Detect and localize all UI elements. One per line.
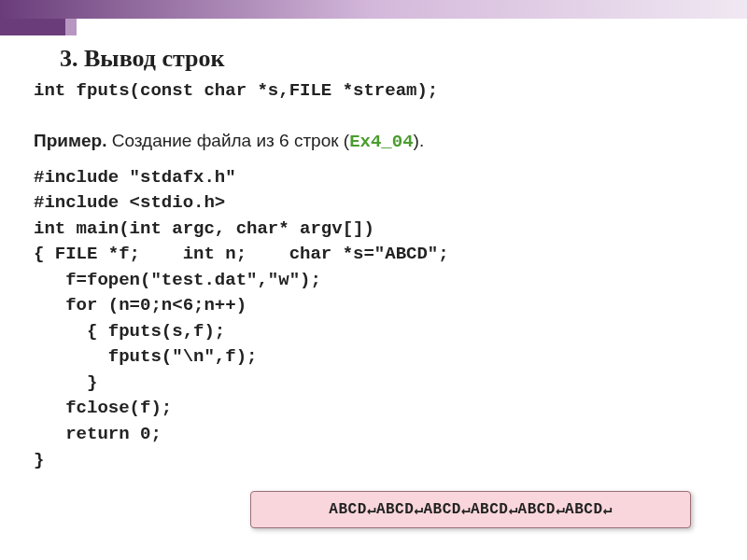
code-line: fputs("\n",f);: [34, 344, 725, 371]
slide-decor-accent: [0, 19, 65, 35]
slide-decor-bar: [0, 0, 747, 19]
example-code-ref: Ex4_04: [349, 132, 413, 152]
code-line: for (n=0;n<6;n++): [34, 293, 725, 319]
code-line: #include <stdio.h>: [34, 190, 725, 217]
code-block: #include "stdafx.h" #include <stdio.h> i…: [34, 165, 725, 474]
fn-signature: int fputs(const char *s,FILE *stream);: [34, 78, 725, 105]
example-label-bold: Пример.: [34, 131, 106, 150]
example-label-close: ).: [414, 131, 425, 150]
code-line: }: [34, 371, 725, 397]
code-line: f=fopen("test.dat","w");: [34, 268, 725, 294]
output-box: ABCD↵ABCD↵ABCD↵ABCD↵ABCD↵ABCD↵: [250, 491, 691, 528]
code-line: #include "stdafx.h": [34, 165, 725, 191]
slide-content: 3. Вывод строк int fputs(const char *s,F…: [34, 45, 725, 473]
code-line: { FILE *f; int n; char *s="ABCD";: [34, 242, 725, 268]
code-line: }: [34, 448, 725, 474]
example-description: Пример. Создание файла из 6 строк (Ex4_0…: [34, 131, 725, 152]
output-text: ABCD↵ABCD↵ABCD↵ABCD↵ABCD↵ABCD↵: [329, 500, 612, 519]
example-label-text: Создание файла из 6 строк (: [106, 131, 349, 150]
code-line: int main(int argc, char* argv[]): [34, 217, 725, 243]
code-line: { fputs(s,f);: [34, 319, 725, 345]
code-line: return 0;: [34, 422, 725, 448]
code-line: fclose(f);: [34, 396, 725, 422]
page-title: 3. Вывод строк: [60, 45, 725, 73]
